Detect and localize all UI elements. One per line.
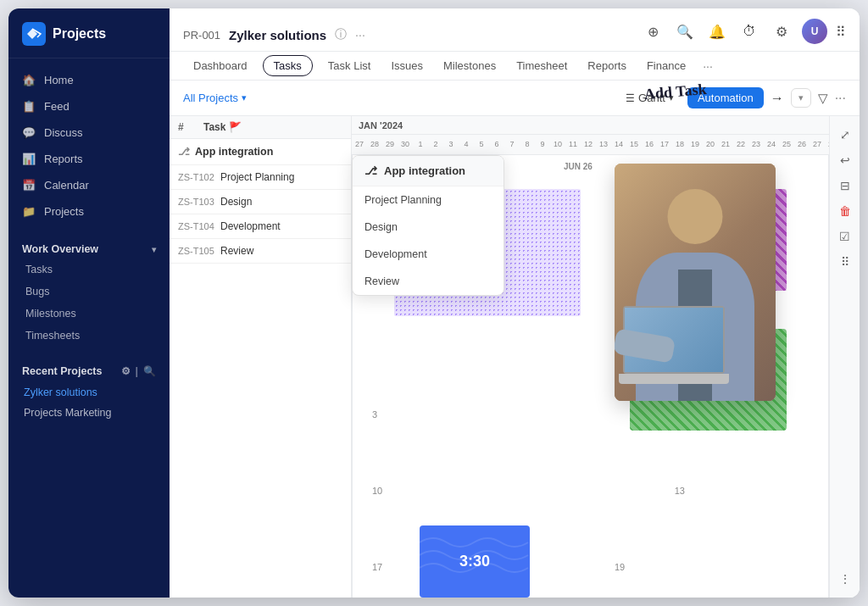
gantt-day-label: 27 — [352, 140, 367, 148]
recent-header-actions: ⚙ | 🔍 — [121, 365, 157, 377]
gantt-day-label: 7 — [504, 140, 520, 148]
task-table: # Task 🚩 ⎇ App integration ZS-T102 — [170, 116, 352, 598]
person-photo-inner — [615, 164, 776, 401]
tab-task-list[interactable]: Task List — [318, 53, 381, 81]
gantt-day-label: 5 — [474, 140, 489, 148]
gantt-day-label: 21 — [718, 140, 733, 148]
tab-tasks[interactable]: Tasks — [263, 55, 313, 76]
sidebar-item-feed[interactable]: 📋 Feed — [8, 93, 170, 120]
jun26-label: JUN 26 — [564, 162, 593, 171]
date-3: 3 — [372, 409, 377, 420]
add-icon[interactable]: ⊕ — [641, 19, 665, 43]
more-tabs-icon[interactable]: ··· — [696, 53, 720, 80]
dropdown-item-development[interactable]: Development — [353, 241, 504, 268]
sidebar-title: Projects — [53, 26, 106, 42]
header-actions: ⊕ 🔍 🔔 ⏱ ⚙ U ⠿ — [641, 19, 846, 51]
tab-finance[interactable]: Finance — [637, 53, 696, 81]
logo-icon — [22, 22, 46, 46]
all-projects-button[interactable]: All Projects ▾ — [183, 92, 247, 104]
task-row[interactable]: ZS-T103 Design — [170, 190, 351, 214]
gantt-day-label: 26 — [794, 140, 810, 148]
chevron-down-icon: ▾ — [152, 245, 156, 254]
recent-projects-header: Recent Projects ⚙ | 🔍 — [22, 365, 156, 377]
gantt-day-label: 10 — [550, 140, 565, 148]
dropdown-item-review[interactable]: Review — [353, 268, 504, 295]
gantt-day-label: 29 — [382, 140, 398, 148]
more-vert-icon[interactable]: ⋮ — [833, 567, 857, 591]
sidebar-logo[interactable]: Projects — [8, 8, 170, 58]
bell-icon[interactable]: 🔔 — [705, 19, 729, 43]
work-overview-header[interactable]: Work Overview ▾ — [22, 243, 156, 255]
automation-button[interactable]: Automation — [687, 87, 764, 108]
sidebar-item-home[interactable]: 🏠 Home — [8, 67, 170, 93]
date-19: 19 — [615, 562, 625, 572]
gantt-button[interactable]: ☰ Gantt ▾ — [619, 88, 681, 108]
tab-reports[interactable]: Reports — [577, 53, 637, 81]
chevron-down-icon: ▾ — [242, 92, 247, 103]
nav-tabs: Dashboard Tasks Task List Issues Milesto… — [170, 52, 860, 81]
task-row[interactable]: ZS-T105 Review — [170, 239, 351, 264]
info-icon[interactable]: ⓘ — [335, 27, 347, 42]
toolbar: All Projects ▾ ☰ Gantt ▾ Automation → ▾ … — [170, 81, 860, 116]
checkbox-icon[interactable]: ☑ — [833, 225, 857, 248]
project-id: PR-001 — [183, 29, 220, 42]
person-head — [668, 189, 723, 244]
projects-icon: 📁 — [22, 205, 36, 218]
date-10: 10 — [372, 486, 382, 496]
recent-project-zylker[interactable]: Zylker solutions — [22, 382, 156, 403]
gantt-day-label: 16 — [642, 140, 657, 148]
undo-icon[interactable]: ↩ — [833, 148, 857, 172]
sidebar-navigation: 🏠 Home 📋 Feed 💬 Discuss 📊 Reports 📅 Cale… — [8, 58, 170, 233]
automation-dropdown[interactable]: ▾ — [791, 88, 811, 108]
expand-icon[interactable]: ⤢ — [833, 123, 857, 147]
task-group-header[interactable]: ⎇ App integration — [170, 139, 351, 165]
user-avatar[interactable]: U — [802, 19, 827, 44]
home-icon: 🏠 — [22, 74, 36, 86]
gantt-day-label: 3 — [443, 140, 459, 148]
sidebar-item-reports[interactable]: 📊 Reports — [8, 146, 170, 172]
grid-view-icon[interactable]: ⠿ — [833, 250, 857, 274]
dropdown-item-planning[interactable]: Project Planning — [353, 186, 504, 214]
settings-icon[interactable]: ⚙ — [770, 19, 793, 43]
gantt-day-label: 6 — [489, 140, 504, 148]
tab-dashboard[interactable]: Dashboard — [183, 53, 258, 81]
tab-timesheet[interactable]: Timesheet — [506, 53, 577, 81]
search-icon[interactable]: 🔍 — [673, 19, 697, 43]
sidebar-sub-timesheets[interactable]: Timesheets — [22, 325, 156, 347]
dropdown-item-design[interactable]: Design — [353, 214, 504, 241]
sidebar-sub-milestones[interactable]: Milestones — [22, 303, 156, 325]
feed-icon: 📋 — [22, 100, 36, 113]
tab-milestones[interactable]: Milestones — [433, 53, 506, 81]
sidebar-item-discuss[interactable]: 💬 Discuss — [8, 120, 170, 146]
adjust-icon[interactable]: ⊟ — [833, 174, 857, 197]
filter-icon[interactable]: ▽ — [818, 91, 828, 106]
header-project-info: PR-001 Zylker solutions ⓘ ··· — [183, 27, 365, 42]
dropdown-header: ⎇ App integration — [353, 156, 504, 186]
more-options-icon[interactable]: ··· — [355, 28, 365, 42]
sidebar-sub-tasks[interactable]: Tasks — [22, 259, 156, 281]
sidebar-sub-bugs[interactable]: Bugs — [22, 281, 156, 303]
task-row[interactable]: ZS-T102 Project Planning — [170, 165, 351, 190]
gantt-day-label: 18 — [672, 140, 687, 148]
recent-project-marketing[interactable]: Projects Marketing — [22, 403, 156, 423]
task-row[interactable]: ZS-T104 Development — [170, 214, 351, 239]
gantt-header: JAN '2024 272829301234567891011121314151… — [352, 116, 829, 155]
grid-icon[interactable]: ⠿ — [836, 24, 846, 40]
person-photo — [615, 164, 776, 401]
top-header: PR-001 Zylker solutions ⓘ ··· ⊕ 🔍 🔔 ⏱ ⚙ … — [170, 8, 860, 52]
more-options-icon[interactable]: ··· — [835, 91, 846, 106]
gantt-day-label: 30 — [398, 140, 413, 148]
filter-recent-icon[interactable]: ⚙ — [121, 365, 131, 377]
sidebar-item-projects[interactable]: 📁 Projects — [8, 198, 170, 225]
gantt-day-label: 8 — [520, 140, 535, 148]
timer-icon[interactable]: ⏱ — [737, 19, 761, 43]
sidebar-item-calendar[interactable]: 📅 Calendar — [8, 172, 170, 198]
delete-icon[interactable]: 🗑 — [833, 199, 857, 223]
tab-issues[interactable]: Issues — [381, 53, 433, 81]
search-recent-icon[interactable]: 🔍 — [143, 365, 156, 377]
gantt-day-label: 1 — [413, 140, 428, 148]
laptop-base — [619, 374, 729, 384]
main-content: PR-001 Zylker solutions ⓘ ··· ⊕ 🔍 🔔 ⏱ ⚙ … — [170, 8, 860, 598]
gantt-day-label: 25 — [779, 140, 794, 148]
gantt-day-label: 24 — [764, 140, 779, 148]
